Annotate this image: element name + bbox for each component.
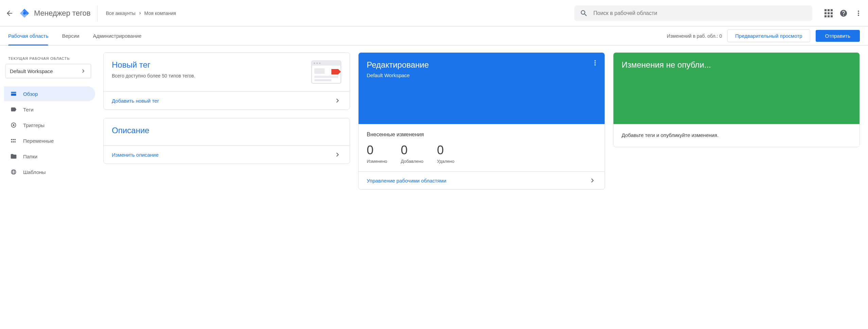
manage-workspaces-action[interactable]: Управление рабочими областями [359, 171, 605, 189]
more-vert-icon [854, 9, 863, 17]
help-button[interactable] [839, 9, 848, 17]
templates-icon [10, 169, 17, 175]
logo-section: Менеджер тегов [19, 5, 98, 21]
secondary-bar: Рабочая область Версии Администрирование… [0, 27, 868, 46]
chevron-right-icon [138, 11, 142, 16]
unpublished-title: Изменения не опубли... [622, 60, 851, 70]
sidebar-item-templates[interactable]: Шаблоны [4, 164, 95, 179]
svg-rect-4 [13, 139, 14, 140]
sidebar-item-label: Папки [23, 154, 37, 159]
stat-label: Добавлено [401, 159, 423, 164]
apps-grid-icon [824, 9, 833, 17]
svg-point-9 [11, 170, 16, 174]
chevron-right-icon [80, 68, 87, 74]
variables-icon [10, 137, 17, 144]
breadcrumb: Все аккаунты Моя компания [106, 11, 176, 16]
sidebar-item-folders[interactable]: Папки [4, 149, 95, 164]
edit-description-action[interactable]: Изменить описание [104, 145, 350, 163]
description-card: Описание Изменить описание [103, 118, 350, 164]
chevron-right-icon [333, 97, 342, 105]
sidebar-item-label: Переменные [23, 138, 54, 144]
svg-rect-16 [314, 68, 325, 74]
workspace-name: Default Workspace [10, 68, 53, 74]
search-icon [580, 9, 588, 17]
stat-value: 0 [401, 143, 423, 157]
tag-illustration-icon [311, 60, 342, 84]
svg-point-14 [316, 63, 318, 64]
more-vert-icon [591, 59, 599, 67]
secondary-actions: Изменений в раб. обл.: 0 Предварительный… [667, 30, 860, 42]
sidebar-item-variables[interactable]: Переменные [4, 133, 95, 148]
svg-rect-6 [11, 141, 12, 142]
tab-admin[interactable]: Администрирование [93, 27, 141, 46]
content-grid: Новый тег Всего доступно более 50 типов … [95, 52, 868, 190]
action-label: Управление рабочими областями [367, 178, 446, 184]
description-title: Описание [112, 126, 342, 135]
back-button[interactable] [5, 9, 14, 17]
svg-point-2 [13, 124, 15, 126]
editing-title: Редактирование [367, 60, 596, 70]
search-input[interactable] [593, 10, 807, 16]
svg-rect-8 [15, 141, 16, 142]
sidebar-item-label: Триггеры [23, 122, 45, 128]
help-icon [839, 9, 848, 17]
breadcrumb-all-accounts[interactable]: Все аккаунты [106, 11, 135, 16]
stat-label: Изменено [367, 159, 387, 164]
svg-rect-3 [11, 139, 12, 140]
sidebar-item-overview[interactable]: Обзор [4, 86, 95, 101]
tab-workspace[interactable]: Рабочая область [8, 27, 48, 46]
add-new-tag-action[interactable]: Добавить новый тег [104, 91, 350, 109]
svg-point-0 [23, 12, 26, 15]
sidebar-item-triggers[interactable]: Триггеры [4, 118, 95, 133]
unpublished-card: Изменения не опубли... Добавьте теги и о… [613, 52, 860, 147]
main-area: ТЕКУЩАЯ РАБОЧАЯ ОБЛАСТЬ Default Workspac… [0, 46, 868, 196]
chevron-right-icon [588, 176, 596, 185]
svg-rect-10 [13, 171, 15, 173]
folder-icon [10, 153, 17, 160]
action-label: Добавить новый тег [112, 98, 159, 104]
search-box[interactable] [574, 5, 812, 21]
svg-rect-18 [314, 79, 331, 81]
action-label: Изменить описание [112, 152, 159, 158]
app-title: Менеджер тегов [34, 9, 90, 18]
stat-value: 0 [437, 143, 454, 157]
overview-icon [10, 90, 17, 97]
preview-button[interactable]: Предварительный просмотр [727, 30, 810, 42]
breadcrumb-company[interactable]: Моя компания [144, 11, 176, 16]
sidebar: ТЕКУЩАЯ РАБОЧАЯ ОБЛАСТЬ Default Workspac… [0, 52, 95, 190]
arrow-left-icon [5, 9, 14, 17]
submit-button[interactable]: Отправить [816, 30, 860, 42]
stats-row: 0 Изменено 0 Добавлено 0 Удалено [367, 143, 596, 164]
editing-menu-button[interactable] [591, 59, 599, 67]
current-workspace-label: ТЕКУЩАЯ РАБОЧАЯ ОБЛАСТЬ [8, 56, 95, 60]
apps-button[interactable] [824, 9, 833, 17]
changes-count: Изменений в раб. обл.: 0 [667, 33, 722, 39]
svg-rect-7 [13, 141, 14, 142]
stat-deleted: 0 Удалено [437, 143, 454, 164]
new-tag-subtitle: Всего доступно более 50 типов тегов. [112, 72, 306, 80]
stat-label: Удалено [437, 159, 454, 164]
sidebar-item-label: Теги [23, 107, 34, 112]
gtm-logo-icon [19, 8, 30, 19]
trigger-icon [10, 122, 17, 128]
chevron-right-icon [333, 151, 342, 159]
editing-card: Редактирование Default Workspace Внесенн… [358, 52, 605, 190]
stat-modified: 0 Изменено [367, 143, 387, 164]
tag-icon [10, 106, 17, 113]
changes-heading: Внесенные изменения [367, 132, 596, 138]
editing-subtitle: Default Workspace [367, 72, 596, 78]
new-tag-title: Новый тег [112, 60, 306, 70]
new-tag-card: Новый тег Всего доступно более 50 типов … [103, 52, 350, 110]
top-actions [824, 9, 863, 17]
stat-value: 0 [367, 143, 387, 157]
sidebar-item-label: Шаблоны [23, 169, 46, 175]
tab-versions[interactable]: Версии [62, 27, 79, 46]
svg-rect-5 [15, 139, 16, 140]
workspace-selector[interactable]: Default Workspace [5, 64, 91, 78]
top-bar: Менеджер тегов Все аккаунты Моя компания [0, 0, 868, 27]
more-button[interactable] [854, 9, 863, 17]
svg-rect-17 [314, 76, 338, 78]
stat-added: 0 Добавлено [401, 143, 423, 164]
sidebar-item-tags[interactable]: Теги [4, 102, 95, 117]
unpublished-body: Добавьте теги и опубликуйте изменения. [613, 124, 860, 147]
